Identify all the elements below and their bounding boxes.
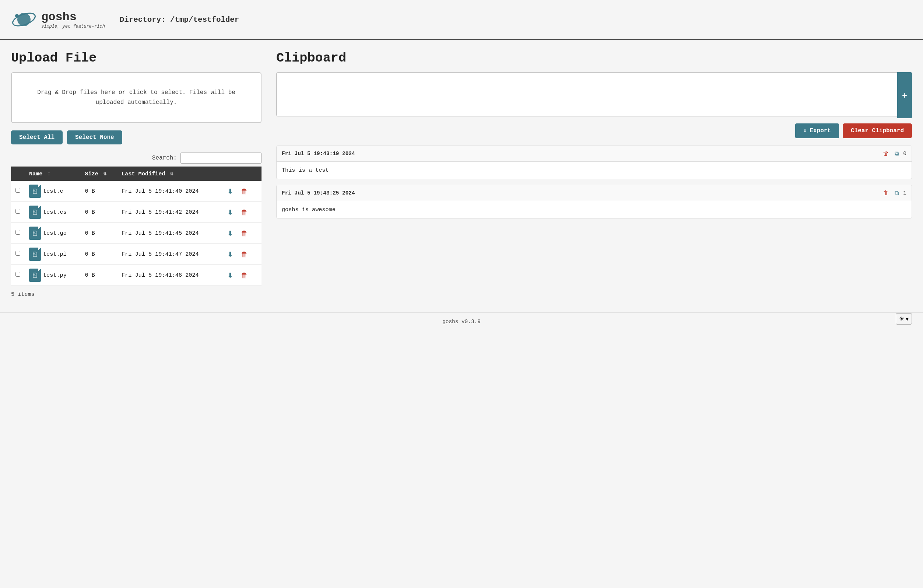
clipboard-delete-btn-0[interactable]: 🗑 (881, 149, 890, 158)
items-count: 5 items (11, 291, 261, 298)
clipboard-textarea-wrapper: + (276, 72, 912, 118)
download-button-0[interactable]: ⬇ (225, 186, 235, 197)
clipboard-title: Clipboard (276, 51, 912, 66)
row-name-cell: test.go (25, 223, 80, 244)
clipboard-expand-button[interactable]: + (897, 72, 912, 118)
row-checkbox-cell (11, 265, 25, 286)
download-button-2[interactable]: ⬇ (225, 228, 235, 239)
file-table-header: Name ↑ Size ⇅ Last Modified ⇅ (11, 166, 261, 181)
file-table: Name ↑ Size ⇅ Last Modified ⇅ (11, 166, 261, 286)
row-modified: Fri Jul 5 19:41:42 2024 (117, 202, 221, 223)
col-size-header[interactable]: Size ⇅ (80, 166, 117, 181)
row-filename: test.pl (43, 251, 67, 258)
delete-button-0[interactable]: 🗑 (239, 186, 250, 197)
file-icon (29, 227, 41, 240)
download-button-4[interactable]: ⬇ (225, 270, 235, 281)
header: goshs simple, yet feature-rich Directory… (0, 0, 923, 40)
file-icon (29, 185, 41, 198)
search-input[interactable] (181, 153, 261, 164)
row-actions: ⬇ 🗑 (221, 223, 261, 244)
logo-text: goshs simple, yet feature-rich (41, 10, 105, 29)
chevron-down-icon: ▾ (906, 315, 909, 322)
row-name-cell: test.pl (25, 244, 80, 265)
row-actions: ⬇ 🗑 (221, 181, 261, 202)
row-modified: Fri Jul 5 19:41:48 2024 (117, 265, 221, 286)
row-actions: ⬇ 🗑 (221, 202, 261, 223)
table-row: test.c 0 B Fri Jul 5 19:41:40 2024 ⬇ 🗑 (11, 181, 261, 202)
row-checkbox-2[interactable] (15, 230, 20, 235)
clipboard-entry-actions-1: 🗑 ⧉ 1 (881, 189, 907, 197)
app-subtitle: simple, yet feature-rich (41, 24, 105, 29)
col-checkbox (11, 166, 25, 181)
clipboard-copy-btn-1[interactable]: ⧉ (893, 189, 900, 197)
logo-icon (11, 7, 37, 33)
main-content: Upload File Drag & Drop files here or cl… (0, 40, 923, 305)
col-name-header[interactable]: Name ↑ (25, 166, 80, 181)
clipboard-copy-btn-0[interactable]: ⧉ (893, 149, 900, 158)
select-none-button[interactable]: Select None (67, 130, 122, 145)
row-modified: Fri Jul 5 19:41:47 2024 (117, 244, 221, 265)
table-row: test.pl 0 B Fri Jul 5 19:41:47 2024 ⬇ 🗑 (11, 244, 261, 265)
logo-area: goshs simple, yet feature-rich (11, 7, 105, 33)
download-button-3[interactable]: ⬇ (225, 249, 235, 260)
clipboard-delete-btn-1[interactable]: 🗑 (881, 189, 890, 197)
clipboard-entry-body-0: This is a test (277, 162, 912, 179)
delete-button-4[interactable]: 🗑 (239, 270, 250, 281)
export-icon: ⬇ (803, 127, 807, 135)
row-filename: test.go (43, 230, 67, 237)
table-row: test.go 0 B Fri Jul 5 19:41:45 2024 ⬇ 🗑 (11, 223, 261, 244)
row-checkbox-cell (11, 181, 25, 202)
clipboard-entry-timestamp-0: Fri Jul 5 19:43:19 2024 (282, 151, 355, 156)
clipboard-entry-actions-0: 🗑 ⧉ 0 (881, 149, 907, 158)
clipboard-entry-header-0: Fri Jul 5 19:43:19 2024 🗑 ⧉ 0 (277, 146, 912, 162)
row-name-cell: test.c (25, 181, 80, 202)
file-table-body: test.c 0 B Fri Jul 5 19:41:40 2024 ⬇ 🗑 (11, 181, 261, 286)
svg-point-2 (15, 14, 19, 18)
left-panel: Upload File Drag & Drop files here or cl… (11, 51, 261, 298)
name-sort-arrow: ↑ (48, 171, 51, 177)
file-icon (29, 205, 41, 219)
row-size: 0 B (80, 223, 117, 244)
row-size: 0 B (80, 244, 117, 265)
clipboard-textarea[interactable] (276, 72, 912, 117)
clipboard-entry-timestamp-1: Fri Jul 5 19:43:25 2024 (282, 190, 355, 196)
footer-wrapper: goshs v0.3.9 ☀ ▾ (0, 312, 923, 330)
select-all-button[interactable]: Select All (11, 130, 62, 145)
clipboard-entry-index-0: 0 (903, 151, 907, 156)
directory-path: Directory: /tmp/testfolder (120, 15, 239, 24)
upload-dropzone[interactable]: Drag & Drop files here or click to selec… (11, 72, 261, 123)
right-panel: Clipboard + ⬇ Export Clear Clipboard Fri… (276, 51, 912, 298)
row-checkbox-cell (11, 202, 25, 223)
row-name-cell: test.cs (25, 202, 80, 223)
clear-clipboard-button[interactable]: Clear Clipboard (843, 123, 912, 138)
export-button[interactable]: ⬇ Export (795, 123, 839, 138)
row-modified: Fri Jul 5 19:41:40 2024 (117, 181, 221, 202)
clipboard-entry: Fri Jul 5 19:43:25 2024 🗑 ⧉ 1 goshs is a… (276, 185, 912, 218)
row-checkbox-1[interactable] (15, 209, 20, 214)
search-row: Search: (11, 153, 261, 164)
clipboard-entry-index-1: 1 (903, 190, 907, 196)
modified-sort-arrow: ⇅ (170, 171, 174, 177)
row-filename: test.cs (43, 209, 67, 215)
clipboard-entry: Fri Jul 5 19:43:19 2024 🗑 ⧉ 0 This is a … (276, 146, 912, 179)
delete-button-2[interactable]: 🗑 (239, 228, 250, 239)
download-button-1[interactable]: ⬇ (225, 207, 235, 218)
upload-title: Upload File (11, 51, 261, 66)
row-checkbox-0[interactable] (15, 188, 20, 193)
theme-toggle-button[interactable]: ☀ ▾ (896, 313, 912, 325)
row-checkbox-4[interactable] (15, 272, 20, 277)
table-row: test.py 0 B Fri Jul 5 19:41:48 2024 ⬇ 🗑 (11, 265, 261, 286)
clipboard-entry-header-1: Fri Jul 5 19:43:25 2024 🗑 ⧉ 1 (277, 185, 912, 201)
row-size: 0 B (80, 202, 117, 223)
sun-icon: ☀ (899, 315, 904, 322)
file-icon (29, 248, 41, 261)
row-name-cell: test.py (25, 265, 80, 286)
row-checkbox-3[interactable] (15, 251, 20, 256)
col-modified-header[interactable]: Last Modified ⇅ (117, 166, 221, 181)
clipboard-entries: Fri Jul 5 19:43:19 2024 🗑 ⧉ 0 This is a … (276, 146, 912, 218)
delete-button-1[interactable]: 🗑 (239, 207, 250, 218)
delete-button-3[interactable]: 🗑 (239, 250, 250, 260)
version-label: goshs v0.3.9 (442, 319, 481, 325)
footer: goshs v0.3.9 (0, 312, 923, 330)
svg-point-0 (17, 13, 31, 26)
